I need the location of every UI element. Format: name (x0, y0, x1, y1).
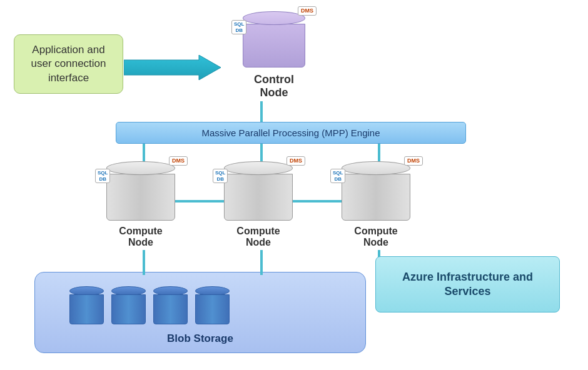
compute3-label: ComputeNode (342, 226, 410, 248)
compute-node-3: DMS SQLDB ComputeNode (342, 161, 410, 248)
compute2-to-blob (260, 250, 263, 275)
ctrl-to-mpp-connector (260, 101, 263, 122)
compute1-sql-badge: SQLDB (95, 169, 110, 183)
control-sql-badge: SQLDB (231, 20, 246, 34)
compute1-dms-badge: DMS (169, 156, 188, 166)
db-cylinder-2 (111, 286, 146, 324)
arrow-to-control (124, 55, 221, 80)
compute2-cylinder (224, 161, 293, 221)
db-cylinder-1 (69, 286, 104, 324)
diagram-container: Application anduser connectioninterface … (0, 0, 588, 370)
compute1-label: ComputeNode (106, 226, 175, 248)
blob-storage-label: Blob Storage (35, 332, 365, 345)
control-cylinder-top (243, 11, 305, 25)
blob-storage-area: Blob Storage (34, 272, 366, 353)
svg-marker-0 (124, 55, 221, 80)
mpp-bar: Massive Parallel Processing (MPP) Engine (116, 122, 466, 144)
azure-box-label: Azure Infrastructure andServices (402, 270, 533, 299)
compute1-to-blob (143, 250, 145, 275)
control-node-label: ControlNode (230, 73, 318, 99)
app-box-label: Application anduser connectioninterface (31, 43, 106, 84)
compute2-dms-badge: DMS (286, 156, 305, 166)
db-cylinder-4 (195, 286, 230, 324)
app-box: Application anduser connectioninterface (14, 34, 123, 94)
compute-node-2: DMS SQLDB ComputeNode (224, 161, 293, 248)
control-dms-badge: DMS (298, 6, 317, 16)
compute3-cylinder (342, 161, 410, 221)
db-cylinder-3 (153, 286, 188, 324)
control-node-group: DMS SQLDB ControlNode (230, 11, 318, 99)
compute-node-1: DMS SQLDB ComputeNode (106, 161, 175, 248)
compute3-sql-badge: SQLDB (330, 169, 345, 183)
azure-box: Azure Infrastructure andServices (375, 256, 560, 312)
compute2-sql-badge: SQLDB (213, 169, 228, 183)
compute1-cylinder (106, 161, 175, 221)
control-cylinder-body (243, 24, 305, 68)
compute3-dms-badge: DMS (404, 156, 423, 166)
mpp-label: Massive Parallel Processing (MPP) Engine (201, 128, 380, 138)
compute2-label: ComputeNode (224, 226, 293, 248)
